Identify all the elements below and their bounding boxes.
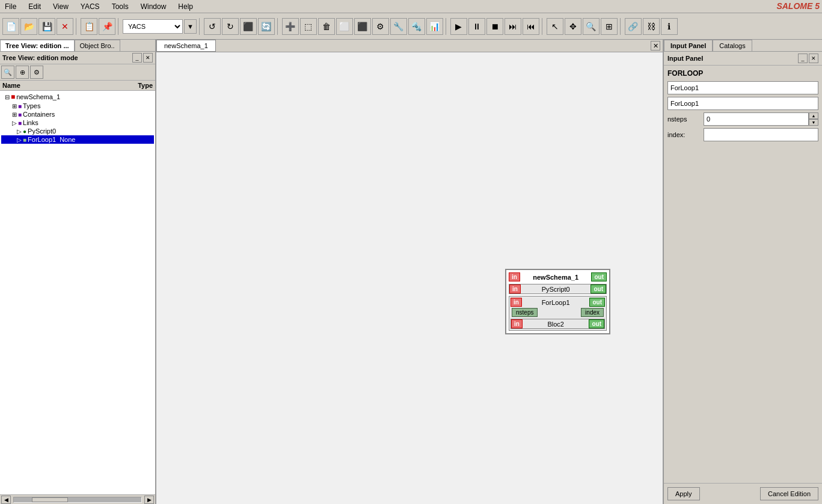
forloop-label: ForLoop1 (28, 136, 56, 143)
tb-forward[interactable]: ↻ (222, 18, 239, 35)
tb-reset[interactable]: ⏮ (523, 18, 539, 35)
bloc2-port-out: out (589, 319, 604, 328)
bloc2-node[interactable]: in Bloc2 out (511, 319, 605, 329)
tree-settings-btn[interactable]: ⚙ (30, 66, 43, 79)
menu-yacs[interactable]: YACS (78, 2, 102, 11)
input-section: FORLOOP nsteps ▲ ▼ index: (664, 66, 822, 147)
tb-move[interactable]: ✥ (565, 18, 581, 35)
tb-save[interactable]: 💾 (38, 18, 55, 35)
tb-remove[interactable]: 🗑 (318, 18, 335, 35)
pyscript0-port-out: out (590, 284, 606, 293)
toolbar: 📄 📂 💾 ✕ 📋 📌 YACS ▼ ↺ ↻ ⬛ 🔄 ➕ ⬚ 🗑 ⬜ ⬛ ⚙ 🔧… (0, 13, 822, 40)
expand-schema-icon: ⊟ (5, 94, 10, 100)
scroll-track[interactable] (13, 497, 142, 503)
menubar: File Edit View YACS Tools Window Help SA… (0, 0, 822, 13)
tb-container1[interactable]: ⬜ (336, 18, 353, 35)
canvas-tab-schema[interactable]: newSchema_1 (156, 40, 216, 52)
toolbar-sep5 (446, 18, 448, 35)
tree-item-forloop1[interactable]: ▷ ■ ForLoop1 None (1, 135, 154, 144)
toolbar-sep6 (542, 18, 544, 35)
app-title: SALOME 5 (776, 1, 820, 11)
tree-item-schema[interactable]: ⊟ ■ newSchema_1 (1, 92, 154, 102)
tree-item-pyscript0[interactable]: ▷ ● PyScript0 (1, 127, 154, 135)
scroll-right[interactable]: ▶ (144, 496, 154, 504)
tree-search-btn[interactable]: 🔍 (1, 66, 14, 79)
tb-link1[interactable]: 🔗 (625, 18, 642, 35)
tb-select[interactable]: ↖ (547, 18, 563, 35)
tb-settings2[interactable]: 🔩 (408, 18, 425, 35)
tab-input-panel[interactable]: Input Panel (664, 40, 713, 51)
tb-link2[interactable]: ⛓ (643, 18, 660, 35)
tb-pause[interactable]: ⏸ (468, 18, 485, 35)
tab-object-browser[interactable]: Object Bro.. (75, 40, 120, 51)
tb-back[interactable]: ↺ (204, 18, 221, 35)
input-panel-minimize[interactable]: _ (798, 54, 808, 63)
right-panel: Input Panel Catalogs Input Panel _ ✕ FOR… (663, 40, 822, 504)
tb-step[interactable]: ⏭ (505, 18, 521, 35)
toolbar-sep3 (199, 18, 201, 35)
pyscript0-node[interactable]: in PyScript0 out (509, 284, 607, 294)
tb-close[interactable]: ✕ (57, 18, 73, 35)
nsteps-decrement[interactable]: ▼ (809, 119, 818, 126)
menu-edit[interactable]: Edit (26, 2, 43, 11)
tb-paste[interactable]: 📌 (99, 18, 115, 35)
tb-stop2[interactable]: ⏹ (486, 18, 503, 35)
menu-tools[interactable]: Tools (109, 2, 131, 11)
nsteps-increment[interactable]: ▲ (809, 112, 818, 119)
forloop1-header[interactable]: in ForLoop1 out (511, 298, 605, 307)
name-field-2[interactable] (667, 97, 818, 110)
cancel-edition-button[interactable]: Cancel Edition (760, 487, 818, 500)
forloop1-label: ForLoop1 (522, 298, 590, 307)
bloc2-port-in: in (511, 319, 523, 328)
canvas-close-btn[interactable]: ✕ (651, 41, 660, 51)
tree-item-containers[interactable]: ⊞ ■ Containers (1, 110, 154, 118)
tb-gear[interactable]: ⚙ (372, 18, 389, 35)
tb-stop[interactable]: ⬛ (240, 18, 257, 35)
input-panel-close[interactable]: ✕ (809, 54, 818, 63)
apply-button[interactable]: Apply (667, 487, 700, 500)
input-panel-title: Input Panel (667, 55, 703, 62)
tb-refresh[interactable]: 🔄 (258, 18, 275, 35)
tb-run[interactable]: ▶ (450, 18, 467, 35)
menu-file[interactable]: File (2, 2, 19, 11)
tb-new[interactable]: 📄 (2, 18, 19, 35)
forloop1-port-in: in (511, 298, 522, 307)
schema-label: newSchema_1 (16, 93, 60, 100)
forloop1-node-container: in ForLoop1 out nsteps index in Bloc2 ou… (509, 296, 607, 331)
menu-view[interactable]: View (51, 2, 71, 11)
tree-item-links[interactable]: ▷ ■ Links (1, 118, 154, 127)
tree-item-types[interactable]: ⊞ ■ Types (1, 102, 154, 110)
tab-tree-view[interactable]: Tree View: edition ... (0, 40, 75, 51)
expand-containers-icon: ⊞ (12, 111, 17, 118)
module-dropdown[interactable]: ▼ (184, 19, 197, 34)
schema-port-in: in (509, 272, 520, 281)
tb-info[interactable]: ℹ (661, 18, 678, 35)
index-input[interactable] (704, 128, 818, 141)
tree-zoom-fit-btn[interactable]: ⊕ (16, 66, 29, 79)
tb-grid[interactable]: ⊞ (601, 18, 618, 35)
name-field-1[interactable] (667, 81, 818, 94)
menu-window[interactable]: Window (138, 2, 169, 11)
canvas-area[interactable]: in newSchema_1 out in PyScript0 out in F… (156, 52, 663, 504)
tb-open[interactable]: 📂 (20, 18, 37, 35)
panel-minimize[interactable]: _ (132, 53, 142, 63)
tb-copy[interactable]: 📋 (81, 18, 97, 35)
links-icon: ■ (18, 120, 22, 126)
index-label: index: (667, 131, 704, 138)
tb-settings1[interactable]: 🔧 (390, 18, 407, 35)
panel-close[interactable]: ✕ (143, 53, 153, 63)
nsteps-input[interactable] (704, 112, 809, 126)
tb-container2[interactable]: ⬛ (354, 18, 371, 35)
tree-columns: Name Type (0, 81, 155, 91)
main-layout: Tree View: edition ... Object Bro.. Tree… (0, 40, 822, 504)
tb-add-node[interactable]: ➕ (282, 18, 299, 35)
forloop1-ports-row: nsteps index (511, 308, 605, 317)
module-combo[interactable]: YACS (123, 19, 183, 34)
tb-add2[interactable]: ⬚ (300, 18, 317, 35)
menu-help[interactable]: Help (176, 2, 195, 11)
tab-catalogs[interactable]: Catalogs (713, 40, 752, 51)
tb-settings3[interactable]: 📊 (426, 18, 443, 35)
tb-zoom[interactable]: 🔍 (583, 18, 600, 35)
scroll-left[interactable]: ◀ (1, 496, 11, 504)
panel-header-icons: _ ✕ (132, 53, 153, 63)
